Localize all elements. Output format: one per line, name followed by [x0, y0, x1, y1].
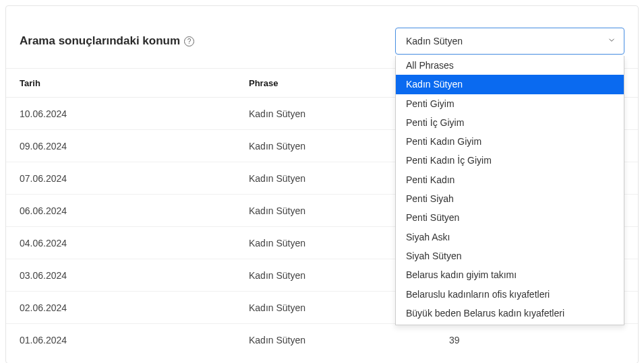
dropdown-option[interactable]: Siyah Sütyen: [396, 246, 624, 265]
cell-date: 09.06.2024: [20, 141, 249, 152]
dropdown-option[interactable]: Penti Kadın Giyim: [396, 132, 624, 151]
dropdown-option[interactable]: Siyah Askı: [396, 228, 624, 246]
table-row: 01.06.2024Kadın Sütyen39: [6, 324, 638, 356]
phrase-filter-selected: Kadın Sütyen: [406, 36, 463, 46]
phrase-filter-select[interactable]: Kadın Sütyen: [395, 28, 624, 55]
dropdown-option[interactable]: Penti Kadın İç Giyim: [396, 151, 624, 170]
dropdown-option[interactable]: Penti Giyim: [396, 94, 624, 113]
cell-third: 39: [449, 335, 624, 345]
dropdown-option[interactable]: Penti Kadın: [396, 170, 624, 189]
cell-date: 03.06.2024: [20, 270, 249, 281]
dropdown-option[interactable]: All Phrases: [396, 56, 624, 75]
dropdown-option[interactable]: Penti Siyah: [396, 189, 624, 208]
dropdown-option[interactable]: Kadın Sütyen: [396, 75, 624, 94]
dropdown-option[interactable]: Büyük beden Belarus kadın kıyafetleri: [396, 304, 624, 323]
chevron-down-icon: [607, 36, 616, 47]
dropdown-option[interactable]: Belaruslu kadınların ofis kıyafetleri: [396, 285, 624, 304]
help-icon[interactable]: ?: [184, 36, 194, 46]
dropdown-option[interactable]: Penti İç Giyim: [396, 113, 624, 132]
cell-date: 01.06.2024: [20, 335, 249, 345]
page-title-text: Arama sonuçlarındaki konum: [20, 34, 180, 48]
dropdown-option[interactable]: Penti Sütyen: [396, 208, 624, 227]
phrase-filter: Kadın Sütyen All PhrasesKadın SütyenPent…: [395, 28, 624, 55]
cell-date: 04.06.2024: [20, 238, 249, 249]
dropdown-option[interactable]: Belarus kadın giyim takımı: [396, 265, 624, 284]
cell-date: 02.06.2024: [20, 302, 249, 313]
card-header: Arama sonuçlarındaki konum ? Kadın Sütye…: [6, 6, 638, 68]
cell-phrase: Kadın Sütyen: [249, 335, 449, 345]
column-header-date: Tarih: [20, 78, 249, 88]
page-title: Arama sonuçlarındaki konum ?: [20, 34, 194, 48]
scroll-viewport[interactable]: Arama sonuçlarındaki konum ? Kadın Sütye…: [0, 0, 644, 363]
dropdown-option[interactable]: Büyük beden keten Belarus kadın kıyafetl…: [396, 323, 624, 325]
cell-date: 06.06.2024: [20, 205, 249, 216]
cell-date: 10.06.2024: [20, 108, 249, 119]
results-card: Arama sonuçlarındaki konum ? Kadın Sütye…: [5, 5, 639, 363]
phrase-filter-dropdown[interactable]: All PhrasesKadın SütyenPenti GiyimPenti …: [395, 56, 624, 325]
cell-date: 07.06.2024: [20, 173, 249, 184]
